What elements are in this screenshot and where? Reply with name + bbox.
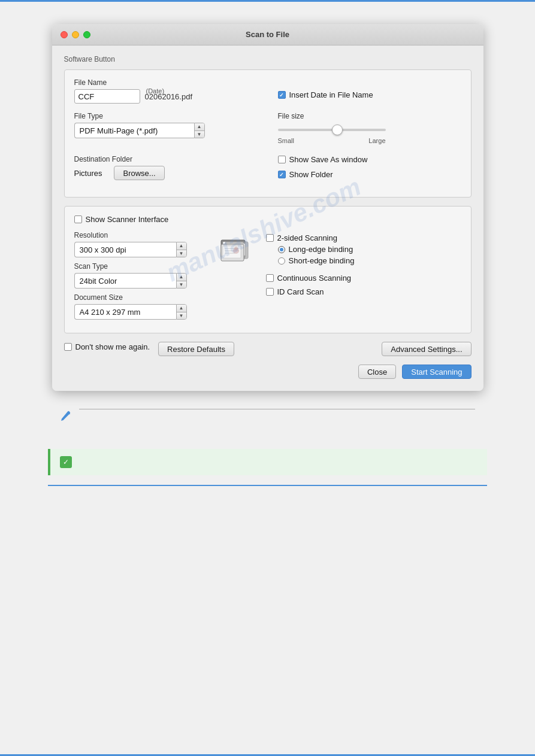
advanced-settings-button[interactable]: Advanced Settings... xyxy=(382,342,471,356)
two-sided-row[interactable]: 2-sided Scanning xyxy=(266,233,461,242)
file-name-left: File Name (Date) 02062016.pdf xyxy=(74,78,260,106)
long-edge-row: Long-edge binding xyxy=(278,245,461,254)
bottom-hr xyxy=(48,485,487,486)
long-edge-label: Long-edge binding xyxy=(289,245,353,254)
destination-row: Pictures Browse... xyxy=(74,166,248,180)
short-edge-label: Short-edge binding xyxy=(289,256,355,265)
id-card-scan-row[interactable]: ID Card Scan xyxy=(266,287,461,296)
continuous-scanning-row[interactable]: Continuous Scanning xyxy=(266,274,461,283)
file-name-right: Insert Date in File Name xyxy=(278,78,461,106)
insert-date-checkbox-row[interactable]: Insert Date in File Name xyxy=(278,90,461,99)
file-type-left: File Type PDF Multi-Page (*.pdf) PDF Sin… xyxy=(74,112,260,149)
short-edge-radio[interactable] xyxy=(278,257,285,265)
file-size-section: File size Small Large xyxy=(278,112,461,144)
note-line xyxy=(79,409,475,409)
file-name-label: File Name xyxy=(74,78,248,87)
document-size-down[interactable]: ▼ xyxy=(177,312,186,320)
resolution-select[interactable]: 75 x 75 dpi 150 x 150 dpi 300 x 300 dpi … xyxy=(74,242,176,257)
file-type-down[interactable]: ▼ xyxy=(195,131,204,138)
id-card-scan-label: ID Card Scan xyxy=(277,287,324,296)
bottom-actions: Don't show me again. Restore Defaults Ad… xyxy=(64,342,471,356)
scanner-section: Show Scanner Interface xyxy=(64,206,471,333)
document-size-stepper[interactable]: ▲ ▼ xyxy=(176,304,187,320)
date-label: (Date) xyxy=(146,87,165,95)
minimize-window-button[interactable] xyxy=(72,31,79,38)
show-scanner-interface-row[interactable]: Show Scanner Interface xyxy=(74,215,461,224)
long-edge-radio[interactable] xyxy=(278,246,285,253)
show-folder-row[interactable]: Show Folder xyxy=(278,170,461,179)
document-size-select[interactable]: A4 210 x 297 mm Letter 8.5 x 11 in Legal… xyxy=(74,304,176,320)
file-type-select[interactable]: PDF Multi-Page (*.pdf) PDF Single-Page (… xyxy=(74,123,194,138)
file-type-stepper[interactable]: ▲ ▼ xyxy=(194,123,205,138)
window-title: Scan to File xyxy=(246,30,289,39)
maximize-window-button[interactable] xyxy=(83,31,90,38)
document-size-up[interactable]: ▲ xyxy=(177,305,186,312)
show-folder-label: Show Folder xyxy=(289,170,333,179)
resolution-select-wrapper: 75 x 75 dpi 150 x 150 dpi 300 x 300 dpi … xyxy=(74,242,218,257)
resolution-stepper[interactable]: ▲ ▼ xyxy=(176,242,187,257)
svg-point-15 xyxy=(234,247,238,250)
resolution-down[interactable]: ▼ xyxy=(177,250,186,257)
slider-small-label: Small xyxy=(278,137,295,144)
file-name-input[interactable] xyxy=(74,89,140,104)
file-size-label: File size xyxy=(278,112,461,120)
file-name-row: File Name (Date) 02062016.pdf xyxy=(74,78,461,106)
file-type-label: File Type xyxy=(74,112,248,120)
titlebar: Scan to File xyxy=(52,24,483,45)
resolution-up[interactable]: ▲ xyxy=(177,242,186,250)
destination-section: Destination Folder Pictures Browse... xyxy=(74,155,260,184)
show-save-as-row[interactable]: Show Save As window xyxy=(278,155,461,164)
show-scanner-interface-checkbox[interactable] xyxy=(74,215,82,223)
insert-date-label: Insert Date in File Name xyxy=(289,90,373,99)
file-type-row: File Type PDF Multi-Page (*.pdf) PDF Sin… xyxy=(74,112,461,149)
window-controls xyxy=(61,31,90,38)
continuous-scanning-label: Continuous Scanning xyxy=(277,274,352,283)
scanner-right-col: 2-sided Scanning Long-edge binding Short… xyxy=(266,231,461,324)
show-save-as-label: Show Save As window xyxy=(289,155,368,164)
close-window-button[interactable] xyxy=(61,31,68,38)
software-button-label: Software Button xyxy=(64,55,471,63)
top-form-section: File Name (Date) 02062016.pdf xyxy=(64,69,471,198)
destination-folder-name: Pictures xyxy=(74,169,102,178)
scan-type-select[interactable]: 24bit Color 256 Color Black & White True… xyxy=(74,273,176,289)
bottom-right-actions: Advanced Settings... xyxy=(382,342,471,356)
destination-folder-label: Destination Folder xyxy=(74,155,248,163)
two-sided-checkbox[interactable] xyxy=(266,234,274,242)
id-card-scan-checkbox[interactable] xyxy=(266,288,274,296)
scan-type-up[interactable]: ▲ xyxy=(177,274,186,281)
scan-type-stepper[interactable]: ▲ ▼ xyxy=(176,273,187,289)
scanner-image-area xyxy=(218,237,254,269)
close-button[interactable]: Close xyxy=(358,365,396,379)
scan-type-down[interactable]: ▼ xyxy=(177,281,186,289)
scan-to-file-window: Scan to File Software Button File Name (… xyxy=(52,24,483,391)
check-banner: ✓ xyxy=(48,449,487,475)
insert-date-checkbox[interactable] xyxy=(278,91,286,99)
document-size-field: Document Size A4 210 x 297 mm Letter 8.5… xyxy=(74,293,254,320)
show-save-as-checkbox[interactable] xyxy=(278,156,286,163)
file-type-up[interactable]: ▲ xyxy=(195,123,204,131)
start-scanning-button[interactable]: Start Scanning xyxy=(402,365,471,379)
restore-defaults-button[interactable]: Restore Defaults xyxy=(158,342,234,356)
slider-labels: Small Large xyxy=(278,137,386,144)
dont-show-again-row[interactable]: Don't show me again. xyxy=(64,342,150,351)
file-size-slider[interactable] xyxy=(278,124,386,136)
filename-input-row: (Date) 02062016.pdf xyxy=(74,89,248,104)
note-underline xyxy=(79,409,475,409)
insert-date-row: Insert Date in File Name xyxy=(278,90,461,99)
show-scanner-interface-label: Show Scanner Interface xyxy=(86,215,169,224)
dont-show-again-label: Don't show me again. xyxy=(75,342,150,351)
slider-large-label: Large xyxy=(368,137,385,144)
pencil-icon xyxy=(60,410,72,425)
slider-thumb[interactable] xyxy=(332,125,343,135)
note-section xyxy=(48,409,487,425)
show-folder-checkbox[interactable] xyxy=(278,171,286,178)
main-action-buttons: Close Start Scanning xyxy=(64,365,471,379)
scan-type-select-wrapper: 24bit Color 256 Color Black & White True… xyxy=(74,273,254,289)
scanner-icon xyxy=(218,237,254,267)
document-size-select-wrapper: A4 210 x 297 mm Letter 8.5 x 11 in Legal… xyxy=(74,304,254,320)
browse-button[interactable]: Browse... xyxy=(114,166,164,180)
dont-show-again-checkbox[interactable] xyxy=(64,343,72,351)
two-sided-label: 2-sided Scanning xyxy=(277,233,337,242)
file-size-right: File size Small Large xyxy=(278,112,461,149)
continuous-scanning-checkbox[interactable] xyxy=(266,274,274,282)
